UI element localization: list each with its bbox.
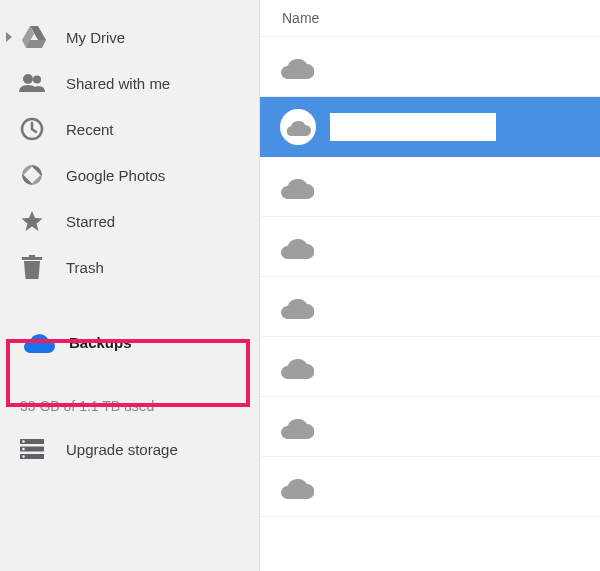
sidebar: My Drive Shared with me Recent	[0, 0, 260, 571]
sidebar-item-label: Recent	[66, 121, 114, 138]
sidebar-item-label: Backups	[69, 334, 132, 351]
backup-list-item[interactable]	[260, 277, 600, 337]
clock-icon	[16, 117, 48, 141]
backup-list-item[interactable]	[260, 217, 600, 277]
sidebar-item-my-drive[interactable]: My Drive	[0, 14, 259, 60]
cloud-icon	[280, 355, 314, 379]
main-content: Name	[260, 0, 600, 571]
sidebar-item-label: My Drive	[66, 29, 125, 46]
sidebar-item-trash[interactable]: Trash	[0, 244, 259, 290]
svg-point-13	[22, 448, 25, 451]
backup-list-item[interactable]	[260, 157, 600, 217]
storage-icon	[16, 439, 48, 459]
cloud-icon	[280, 295, 314, 319]
sidebar-item-starred[interactable]: Starred	[0, 198, 259, 244]
cloud-icon	[280, 55, 314, 79]
pinwheel-icon	[16, 163, 48, 187]
storage-usage-text: 33 GB of 1.1 TB used	[0, 384, 259, 426]
caret-right-icon	[6, 32, 12, 42]
backup-list-item[interactable]	[260, 37, 600, 97]
backup-list-item[interactable]	[260, 97, 600, 157]
sidebar-item-upgrade-storage[interactable]: Upgrade storage	[0, 426, 259, 472]
cloud-icon	[280, 109, 316, 145]
backup-item-name	[330, 113, 496, 141]
sidebar-item-google-photos[interactable]: Google Photos	[0, 152, 259, 198]
backup-list-item[interactable]	[260, 397, 600, 457]
sidebar-item-label: Upgrade storage	[66, 441, 178, 458]
sidebar-item-label: Trash	[66, 259, 104, 276]
sidebar-item-label: Shared with me	[66, 75, 170, 92]
column-header-name[interactable]: Name	[260, 0, 600, 37]
svg-point-12	[22, 440, 25, 443]
sidebar-item-label: Starred	[66, 213, 115, 230]
people-icon	[16, 74, 48, 92]
sidebar-item-backups[interactable]: Backups	[0, 310, 259, 374]
sidebar-item-recent[interactable]: Recent	[0, 106, 259, 152]
drive-icon	[18, 26, 50, 48]
cloud-icon	[280, 175, 314, 199]
trash-icon	[16, 255, 48, 279]
cloud-icon	[23, 331, 55, 353]
star-icon	[16, 209, 48, 233]
svg-point-3	[23, 74, 33, 84]
backup-list-item[interactable]	[260, 337, 600, 397]
sidebar-item-label: Google Photos	[66, 167, 165, 184]
sidebar-item-shared[interactable]: Shared with me	[0, 60, 259, 106]
cloud-icon	[280, 415, 314, 439]
cloud-icon	[280, 475, 314, 499]
svg-point-4	[33, 76, 41, 84]
svg-point-14	[22, 455, 25, 458]
backup-list-item[interactable]	[260, 457, 600, 517]
cloud-icon	[280, 235, 314, 259]
svg-rect-8	[29, 255, 35, 258]
